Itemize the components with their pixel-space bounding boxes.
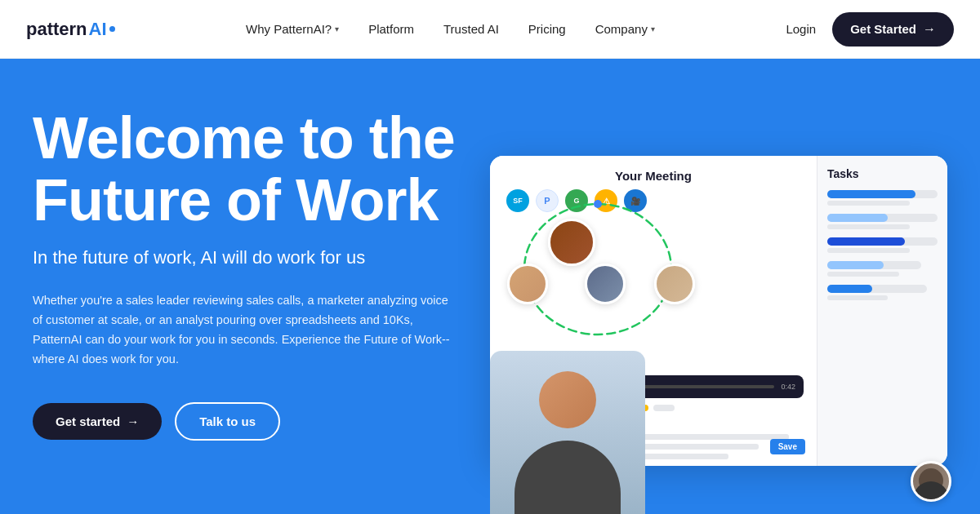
hero-cta-primary-label: Get started [56, 414, 120, 428]
meeting-area: SF P G ⚠ 🎥 [503, 189, 804, 369]
task-line-2 [827, 224, 910, 229]
nav-item-pricing[interactable]: Pricing [528, 22, 566, 36]
chevron-down-icon-company: ▾ [651, 24, 655, 33]
task-item-4 [827, 261, 938, 277]
arrow-right-icon: → [923, 22, 936, 37]
task-fill-4 [827, 261, 884, 269]
nav-item-trusted[interactable]: Trusted AI [443, 22, 499, 36]
hero-get-started-button[interactable]: Get started → [33, 403, 162, 440]
hero-title-line1: Welcome to the [33, 105, 455, 171]
hero-buttons: Get started → Talk to us [33, 402, 474, 441]
logo-pattern: pattern [26, 19, 87, 40]
hero-right: Your Meeting SF P G [474, 59, 980, 514]
save-button-card[interactable]: Save [770, 439, 805, 454]
hero-left: Welcome to the Future of Work In the fut… [0, 59, 474, 514]
nav-item-platform[interactable]: Platform [368, 22, 414, 36]
svg-point-2 [594, 200, 602, 208]
hero-cta-secondary-label: Talk to us [199, 414, 256, 428]
task-item-1 [827, 190, 938, 206]
avatar-2 [507, 264, 548, 304]
navbar: patternAI Why PatternAI? ▾ Platform Trus… [0, 0, 980, 59]
logo-ai: AI [89, 19, 107, 40]
task-item-2 [827, 214, 938, 229]
nav-why-label: Why PatternAI? [246, 22, 332, 36]
task-line-5 [827, 295, 888, 300]
task-fill-1 [827, 190, 915, 198]
task-item-3 [827, 237, 938, 253]
hero-section: Welcome to the Future of Work In the fut… [0, 59, 980, 514]
hero-description: Whether you're a sales leader reviewing … [33, 291, 457, 370]
meeting-label: Your Meeting [503, 169, 804, 183]
logo[interactable]: patternAI [26, 19, 115, 40]
get-started-button[interactable]: Get Started → [832, 12, 954, 47]
time-label: 0:42 [781, 383, 795, 391]
task-item-5 [827, 285, 938, 300]
task-line-1 [827, 201, 910, 206]
avatar-4 [654, 264, 695, 304]
tasks-label: Tasks [827, 167, 938, 180]
task-fill-5 [827, 285, 872, 293]
nav-links: Why PatternAI? ▾ Platform Trusted AI Pri… [246, 22, 655, 36]
chevron-down-icon: ▾ [335, 24, 339, 33]
nav-item-why[interactable]: Why PatternAI? ▾ [246, 22, 339, 36]
hero-subtitle: In the future of work, AI will do work f… [33, 247, 474, 268]
hero-title-line2: Future of Work [33, 167, 439, 233]
task-line-3 [827, 248, 910, 253]
nav-actions: Login Get Started → [786, 12, 954, 47]
person-photo [490, 351, 645, 514]
nav-item-company[interactable]: Company ▾ [595, 22, 655, 36]
avatar-1 [548, 219, 595, 266]
nav-company-label: Company [595, 22, 648, 36]
face-circle [539, 371, 596, 428]
logo-dot [109, 26, 115, 32]
tasks-panel: Tasks [817, 156, 947, 466]
task-fill-2 [827, 214, 888, 222]
hero-title: Welcome to the Future of Work [33, 108, 474, 231]
body-shape [514, 441, 621, 514]
get-started-label: Get Started [850, 22, 916, 36]
login-link[interactable]: Login [786, 22, 816, 36]
avatar-3 [585, 264, 626, 304]
task-line-4 [827, 272, 899, 277]
small-avatar-bottom-right [911, 461, 951, 502]
task-fill-3 [827, 237, 905, 246]
status-gray2 [653, 405, 675, 411]
arrow-right-icon-hero: → [127, 414, 139, 428]
hero-talk-button[interactable]: Talk to us [175, 402, 280, 441]
